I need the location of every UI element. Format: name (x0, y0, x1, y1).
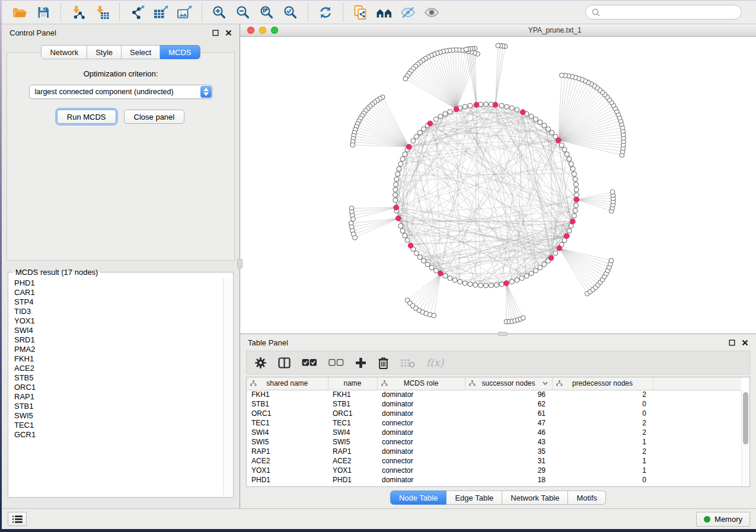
float-table-panel-icon[interactable] (729, 339, 735, 346)
tab-motifs[interactable]: Motifs (568, 491, 606, 505)
column-visibility-button[interactable] (278, 357, 291, 368)
table-cell[interactable]: dominator (377, 447, 465, 456)
window-close-icon[interactable] (247, 27, 254, 34)
table-cell[interactable]: dominator (377, 390, 465, 399)
table-row[interactable]: SWI4SWI4dominator462 (247, 428, 741, 437)
tab-mcds[interactable]: MCDS (160, 45, 200, 59)
mcds-result-item[interactable]: SWI5 (14, 411, 227, 421)
add-column-button[interactable] (355, 357, 366, 368)
mcds-result-item[interactable]: STB1 (14, 402, 227, 411)
search-box[interactable] (585, 5, 742, 20)
table-cell[interactable]: 2 (552, 418, 653, 428)
result-list-scrollbar[interactable] (223, 278, 232, 496)
mcds-result-item[interactable]: CAR1 (14, 288, 227, 297)
table-cell[interactable]: 1 (552, 437, 653, 447)
mcds-result-item[interactable]: ORC1 (14, 383, 227, 392)
tab-edge-table[interactable]: Edge Table (446, 491, 502, 505)
hide-selected-button[interactable] (396, 3, 420, 22)
table-cell[interactable]: 35 (465, 447, 552, 456)
open-file-button[interactable] (8, 3, 31, 22)
export-table-button[interactable] (149, 3, 173, 22)
save-session-button[interactable] (31, 3, 55, 22)
zoom-out-button[interactable] (231, 3, 255, 22)
table-cell[interactable]: 1 (552, 456, 653, 466)
window-maximize-icon[interactable] (271, 27, 278, 34)
import-table-button[interactable] (90, 3, 114, 22)
close-panel-icon[interactable] (225, 30, 232, 36)
table-row[interactable]: YOX1YOX1connector291 (247, 466, 741, 475)
run-mcds-button[interactable]: Run MCDS (57, 110, 116, 124)
mcds-result-item[interactable]: STB5 (14, 373, 227, 383)
delete-column-button[interactable] (378, 357, 389, 369)
table-cell[interactable]: ORC1 (247, 409, 328, 418)
column-header-shared-name[interactable]: shared name (247, 377, 328, 390)
import-network-button[interactable] (66, 3, 90, 22)
table-row[interactable]: FKH1FKH1dominator962 (247, 390, 741, 399)
zoom-selected-button[interactable] (279, 3, 302, 22)
table-cell[interactable]: 29 (465, 466, 552, 475)
table-cell[interactable]: 0 (552, 399, 653, 409)
mcds-result-item[interactable]: YOX1 (14, 316, 227, 326)
tab-network-table[interactable]: Network Table (502, 491, 568, 505)
table-cell[interactable]: 47 (465, 418, 552, 428)
table-cell[interactable]: 46 (465, 428, 552, 437)
criterion-select[interactable]: largest connected component (undirected) (29, 85, 213, 99)
table-cell[interactable]: dominator (377, 399, 465, 409)
table-cell[interactable]: 62 (465, 399, 552, 409)
export-image-button[interactable] (173, 3, 196, 22)
horizontal-splitter-handle[interactable] (498, 332, 508, 336)
table-cell[interactable]: dominator (377, 475, 465, 485)
table-settings-button[interactable] (254, 357, 267, 369)
table-cell[interactable]: STB1 (247, 399, 328, 409)
mcds-result-item[interactable]: TID3 (14, 307, 227, 316)
table-row[interactable]: TEC1TEC1connector472 (247, 418, 741, 428)
table-row[interactable]: PHD1PHD1dominator180 (247, 475, 741, 485)
table-row[interactable]: ACE2ACE2connector311 (247, 456, 741, 466)
mcds-result-item[interactable]: STP4 (14, 297, 227, 307)
export-network-button[interactable] (125, 3, 149, 22)
network-window-titlebar[interactable]: YPA_prune.txt_1 (240, 24, 756, 37)
table-cell[interactable]: 0 (552, 409, 653, 418)
mcds-result-item[interactable]: RAP1 (14, 392, 227, 402)
column-header-predecessor-nodes[interactable]: predecessor nodes (552, 377, 653, 390)
table-cell[interactable]: PHD1 (247, 475, 328, 485)
tab-network[interactable]: Network (41, 45, 87, 59)
select-all-rows-button[interactable] (302, 358, 317, 367)
table-cell[interactable]: RAP1 (328, 447, 377, 456)
zoom-fit-button[interactable] (255, 3, 279, 22)
table-cell[interactable]: YOX1 (247, 466, 328, 475)
table-cell[interactable]: 2 (552, 428, 653, 437)
table-cell[interactable]: RAP1 (247, 447, 328, 456)
network-graph-canvas[interactable] (240, 37, 756, 334)
mcds-result-item[interactable]: GCR1 (14, 430, 227, 440)
tab-select[interactable]: Select (122, 45, 160, 59)
table-cell[interactable]: 0 (552, 475, 653, 485)
table-cell[interactable]: SWI4 (247, 428, 328, 437)
first-neighbors-button[interactable] (372, 3, 396, 22)
column-header-name[interactable]: name (328, 377, 377, 390)
new-network-from-selection-button[interactable] (349, 3, 372, 22)
table-cell[interactable]: ORC1 (328, 409, 377, 418)
refresh-button[interactable] (314, 3, 337, 22)
table-cell[interactable]: TEC1 (247, 418, 328, 428)
table-cell[interactable]: 96 (465, 390, 552, 399)
mcds-result-item[interactable]: SRD1 (14, 335, 227, 345)
table-cell[interactable]: 1 (552, 466, 653, 475)
table-cell[interactable]: 31 (465, 456, 552, 466)
table-cell[interactable]: ACE2 (247, 456, 328, 466)
table-cell[interactable]: connector (377, 418, 465, 428)
vertical-splitter-handle[interactable] (237, 259, 243, 268)
mcds-result-item[interactable]: SWI4 (14, 326, 227, 335)
table-cell[interactable]: SWI4 (328, 428, 377, 437)
table-cell[interactable]: 18 (465, 475, 552, 485)
table-row[interactable]: RAP1RAP1dominator352 (247, 447, 741, 456)
table-cell[interactable]: 61 (465, 409, 552, 418)
table-cell[interactable]: connector (377, 437, 465, 447)
close-table-panel-icon[interactable] (742, 339, 748, 346)
table-cell[interactable]: dominator (377, 409, 465, 418)
table-cell[interactable]: 2 (552, 390, 653, 399)
table-cell[interactable]: PHD1 (328, 475, 377, 485)
memory-button[interactable]: Memory (696, 512, 750, 527)
float-panel-icon[interactable] (212, 30, 219, 36)
table-cell[interactable]: STB1 (328, 399, 377, 409)
